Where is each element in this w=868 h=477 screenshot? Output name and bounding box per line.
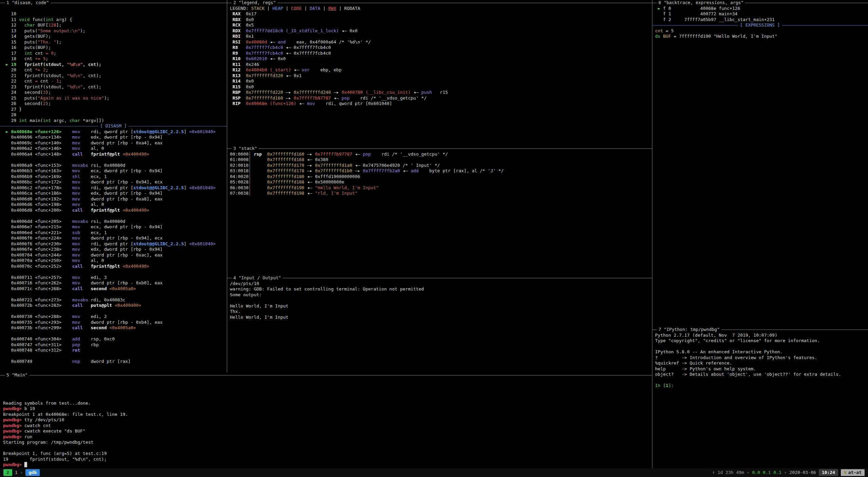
text-segment: int — [43, 118, 51, 123]
pane-input-output[interactable]: 4 "Input / Output" /dev/pts/10warning: G… — [227, 275, 652, 372]
text-segment: R13 — [230, 73, 246, 78]
terminal-line — [3, 308, 224, 314]
power-icon: ↯ — [844, 470, 847, 476]
text-segment: add — [411, 168, 418, 173]
text-segment: 0x40068e (func+126) — [246, 101, 296, 106]
text-segment: R14 — [230, 78, 246, 84]
text-segment: ◂— 0x1 — [283, 73, 302, 78]
text-segment — [251, 179, 267, 184]
backtrace-frames: ► f 0 40068e func+126 f 1 400772 main+34… — [652, 6, 868, 23]
text-segment: stdout@@GLIBC_2.2.5 — [133, 129, 184, 134]
text-segment: 0x400711 <func+257> — [3, 275, 72, 280]
gdb-console[interactable]: Reading symbols from test...done.pwndbg>… — [0, 378, 652, 468]
text-segment: mov — [72, 247, 80, 252]
text-segment: 0x4004b0 (_start) — [246, 67, 291, 72]
hostname-value: at-at — [848, 470, 862, 476]
text-segment: 0x40080d — [246, 39, 267, 45]
text-segment: "%d\n" — [67, 62, 83, 67]
pane-title-disasm-code: 1 "disasm, code" — [5, 0, 51, 5]
text-segment: 16 puts(BUF); — [3, 45, 51, 50]
text-segment: rdi /* '__vdso_getcpu' */ — [371, 152, 448, 157]
terminal-line: pwndbg> █ — [3, 462, 649, 468]
terminal-line: 20 cnt *= 2; — [3, 67, 224, 73]
text-segment: STACK — [251, 6, 265, 11]
text-segment: 0x1 — [246, 34, 254, 39]
terminal-line: ► 0x40068e <func+126> mov rdi, qword ptr… — [3, 129, 224, 135]
text-segment: R9 — [230, 51, 246, 56]
terminal-line — [3, 395, 649, 401]
terminal-line: 13 puts("Some output:\n"); — [3, 28, 224, 34]
text-segment: ; — [46, 67, 48, 72]
pane-main-gdb-console[interactable]: 5 "Main" Reading symbols from test...don… — [0, 372, 652, 468]
text-segment: mov — [72, 140, 80, 145]
text-segment — [83, 325, 91, 330]
text-segment: 0x4006f0 <func+224> — [3, 235, 72, 241]
source-listing: 10 11 void func(int arg) { 12 char BUF[1… — [0, 6, 227, 124]
terminal-line: 0x400721 <func+273> movabs rdi, 0x40083c — [3, 297, 224, 303]
pane-disasm-code[interactable]: 1 "disasm, code" 10 11 void func(int arg… — [0, 0, 227, 372]
text-segment: mov — [72, 275, 80, 280]
terminal-line: 0x4006ca <func+186> mov edx, dword ptr [… — [3, 191, 224, 196]
terminal-line: 0x4006c2 <func+178> mov rdi, qword ptr [… — [3, 185, 224, 191]
pane-ipython[interactable]: 7 "IPython: tmp/pwndbg" Python 2.7.17 (d… — [652, 327, 868, 468]
text-segment: eax, 0x4f000a64 /* '%d\n' */ — [286, 39, 370, 45]
text-segment: ◂— 0xfffd19000000006 — [304, 174, 360, 179]
terminal-line — [3, 6, 224, 12]
text-segment: edi, 3 — [80, 275, 107, 280]
text-segment: %quickref -> Quick reference. — [655, 360, 732, 366]
text-segment: cnt — [38, 78, 51, 84]
text-segment: puts@plt — [91, 303, 112, 308]
terminal-line: IPython 5.8.0 -- An enhanced Interactive… — [655, 349, 865, 355]
text-segment: second — [91, 286, 107, 291]
text-segment: 10 — [3, 11, 19, 16]
tmux-status-bar: 2 1 › gdb ↑ 1d 23h 49m ‹ 0.0 0.1 0.1 › 2… — [0, 468, 868, 477]
terminal-line: Breakpoint 1 at 0x40068e: file test.c, l… — [3, 412, 649, 418]
text-segment: nop — [72, 359, 80, 364]
text-segment: 11 — [3, 17, 19, 22]
text-segment: ► — [3, 129, 11, 134]
text-segment: mov — [72, 314, 80, 319]
tmux-session-badge[interactable]: 2 — [3, 469, 12, 476]
text-segment: 0x7fffffffd1b0 — [315, 168, 352, 173]
text-segment: BUF[ — [35, 22, 48, 28]
ipython-console[interactable]: Python 2.7.17 (default, Nov 7 2019, 10:0… — [652, 333, 868, 389]
text-segment: 0x7fffffffd320 — [246, 73, 283, 78]
text-segment: fprintf@plt — [91, 264, 120, 269]
text-segment: 0x400749 — [3, 359, 72, 364]
terminal-line: 0x400711 <func+257> mov edi, 3 — [3, 275, 224, 281]
terminal-line: 0x400747 <func+311> pop rbp — [3, 342, 224, 348]
terminal-line: Python 2.7.17 (default, Nov 7 2019, 10:0… — [655, 333, 865, 338]
text-segment — [251, 157, 267, 162]
terminal-line: 26 second(2); — [3, 101, 224, 107]
text-segment: —▸ — [331, 90, 341, 95]
terminal-line: RDX 0x7ffff7dd18c0 (_IO_stdfile_1_lock) … — [230, 28, 649, 34]
text-segment: 13 puts( — [3, 28, 38, 33]
text-segment — [262, 152, 267, 157]
text-segment: main( — [27, 118, 43, 123]
pane-legend-regs[interactable]: 2 "legend, regs" LEGEND: STACK | HEAP | … — [227, 0, 652, 146]
terminal-line — [3, 331, 224, 337]
terminal-line: R10 0x602010 ◂— 0x0 — [230, 56, 649, 62]
text-segment: sub — [72, 230, 80, 235]
text-segment: R8 — [230, 45, 246, 50]
hostname-badge: ↯at-at — [841, 469, 865, 476]
terminal-line — [3, 353, 224, 359]
tmux-window-name[interactable]: gdb — [25, 469, 39, 476]
text-segment: │ — [249, 157, 251, 162]
terminal-line: 0x4006e7 <func+215> mov ecx, dword ptr [… — [3, 224, 224, 230]
text-segment: | — [265, 6, 272, 11]
text-segment: dword ptr [rbp - 0x94], ecx — [80, 235, 163, 241]
text-segment: b 19 — [24, 406, 35, 411]
text-segment: 0x400730 <func+288> — [3, 314, 72, 319]
text-segment: RDI — [230, 34, 246, 39]
pane-backtrace-expressions[interactable]: 6 "backtrace, expressions, args" ► f 0 4… — [652, 0, 868, 327]
text-segment: <0x601040> — [189, 185, 216, 190]
terminal-line: 03:0018│ 0x7fffffffd178 —▸ 0x7fffffffd1b… — [230, 168, 649, 174]
text-segment: edi, 2 — [80, 314, 107, 319]
terminal-line: RSP 0x7fffffffd160 —▸ 0x7ffff7b97787 ◂— … — [230, 95, 649, 101]
text-segment: call — [72, 152, 83, 157]
pane-stack[interactable]: 3 "stack" 00:0000│ rsp 0x7fffffffd160 —▸… — [227, 146, 652, 275]
text-segment: ); — [46, 101, 51, 106]
text-segment: 0x7fffffffd170 — [267, 163, 305, 168]
terminal-line: 0x4006fe <func+238> mov edx, dword ptr [… — [3, 247, 224, 252]
